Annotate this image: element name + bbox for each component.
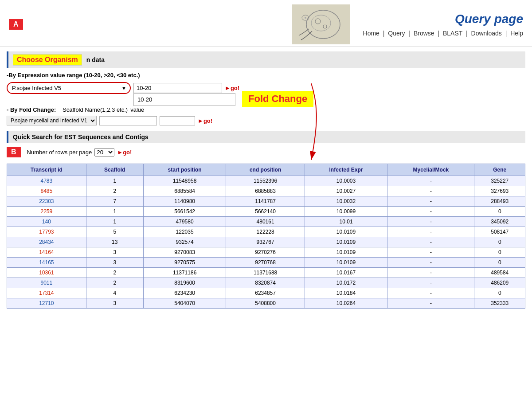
nav-home[interactable]: Home [363,30,379,37]
cell-10-3: 8320874 [226,278,305,288]
cell-5-6: 508147 [474,227,525,237]
cell-1-0[interactable]: 8485 [7,186,86,196]
cell-10-1: 2 [86,278,143,288]
cell-11-4: 10.0184 [305,288,387,298]
cell-3-1: 1 [86,207,143,217]
nav-downloads[interactable]: Downloads [471,30,502,37]
cell-11-3: 6234857 [226,288,305,298]
cell-3-5: - [387,207,474,217]
scaffold-input[interactable] [99,116,157,125]
cell-2-0[interactable]: 22303 [7,196,86,207]
expr-range-label: -By Expression value range (10-20, >20, … [7,72,525,78]
cell-5-0[interactable]: 17793 [7,227,86,237]
cell-4-6: 345092 [474,217,525,227]
page-title: Query page [363,12,523,26]
cell-11-1: 4 [86,288,143,298]
cell-7-0[interactable]: 14164 [7,247,86,258]
cell-4-0[interactable]: 140 [7,217,86,227]
nav-browse[interactable]: Browse [414,30,434,37]
logo-image [292,4,350,44]
cell-4-2: 479580 [143,217,226,227]
rows-per-page-select[interactable]: 20 50 100 [94,148,114,156]
organism2-wrapper: P.sojae mycelial and Infected V1 [7,116,97,125]
cell-7-1: 3 [86,247,143,258]
cell-2-6: 288493 [474,196,525,207]
rows-per-page-label: Number of rows per page [27,149,92,156]
cell-12-1: 3 [86,298,143,309]
cell-11-5: - [387,288,474,298]
cell-4-3: 480161 [226,217,305,227]
cell-4-1: 1 [86,217,143,227]
cell-9-3: 11371688 [226,268,305,278]
cell-5-5: - [387,227,474,237]
cell-12-5: - [387,298,474,309]
table-row: 140147958048016110.01-345092 [7,217,525,227]
cell-2-2: 1140980 [143,196,226,207]
cell-10-4: 10.0172 [305,278,387,288]
cell-9-0[interactable]: 10361 [7,268,86,278]
autocomplete-dropdown: 10-20 [133,93,235,106]
fold-go-button[interactable]: ►go! [198,117,212,124]
col-infected-expr: Infected Expr [305,164,387,176]
autocomplete-item[interactable]: 10-20 [134,95,235,104]
table-row: 1731446234230623485710.0184-0 [7,288,525,298]
cell-10-0[interactable]: 9011 [7,278,86,288]
table-row: 901128319600832087410.0172-486209 [7,278,525,288]
cell-9-4: 10.0167 [305,268,387,278]
table-row: 1416539270575927076810.0109-0 [7,258,525,268]
cell-2-3: 1141787 [226,196,305,207]
organism2-select[interactable]: P.sojae mycelial and Infected V1 [7,116,97,125]
expression-go-button[interactable]: ►go! [225,85,239,91]
cell-3-6: 0 [474,207,525,217]
organism-select-wrapper: P.sojae Infected V5 P.sojae mycelial and… [7,82,131,94]
fold-change-input-row: P.sojae mycelial and Infected V1 ►go! [7,116,525,125]
cell-1-4: 10.0027 [305,186,387,196]
table-row: 103612113711861137168810.0167-489584 [7,268,525,278]
cell-0-0[interactable]: 4783 [7,176,86,186]
est-section: Quick Search for EST Sequences and Conti… [7,131,525,157]
col-end-position: end position [226,164,305,176]
nav-query[interactable]: Query [388,30,405,37]
cell-12-0[interactable]: 12710 [7,298,86,309]
label-b: B [7,147,21,157]
cell-12-2: 5404070 [143,298,226,309]
cell-7-6: 0 [474,247,525,258]
scaffold-label: Scaffold Name(1,2,3 etc.) [63,106,128,113]
fold-change-label: - By Fold Change: [7,106,60,113]
col-start-position: start position [143,164,226,176]
cell-11-6: 0 [474,288,525,298]
cell-6-1: 13 [86,237,143,247]
table-row: 848526885584688588310.0027-327693 [7,186,525,196]
cell-1-3: 6885883 [226,186,305,196]
cell-6-4: 10.0109 [305,237,387,247]
cell-4-4: 10.01 [305,217,387,227]
table-row: 284341393257493276710.0109-0 [7,237,525,247]
table-row: 1416439270083927027610.0109-0 [7,247,525,258]
fold-input[interactable] [133,83,222,93]
cell-8-0[interactable]: 14165 [7,258,86,268]
cell-6-0[interactable]: 28434 [7,237,86,247]
col-transcript-id: Transcript id [7,164,86,176]
cell-11-0[interactable]: 17314 [7,288,86,298]
cell-3-0[interactable]: 2259 [7,207,86,217]
cell-7-2: 9270083 [143,247,226,258]
est-go-button[interactable]: ►go! [117,149,132,156]
nav-help[interactable]: Help [510,30,523,37]
value-label: value [130,106,144,113]
cell-8-2: 9270575 [143,258,226,268]
svg-point-6 [305,17,306,19]
cell-7-3: 9270276 [226,247,305,258]
organism-select[interactable]: P.sojae Infected V5 P.sojae mycelial and… [7,82,131,94]
cell-9-1: 2 [86,268,143,278]
cell-12-6: 352333 [474,298,525,309]
cell-5-3: 122228 [226,227,305,237]
cell-2-5: - [387,196,474,207]
cell-6-2: 932574 [143,237,226,247]
cell-7-5: - [387,247,474,258]
nav-blast[interactable]: BLAST [443,30,462,37]
value-input[interactable] [160,116,195,125]
table-header-row: Transcript id Scaffold start position en… [7,164,525,176]
col-scaffold: Scaffold [86,164,143,176]
quick-search-header: Choose Organism n data [7,51,525,68]
cell-3-4: 10.0099 [305,207,387,217]
